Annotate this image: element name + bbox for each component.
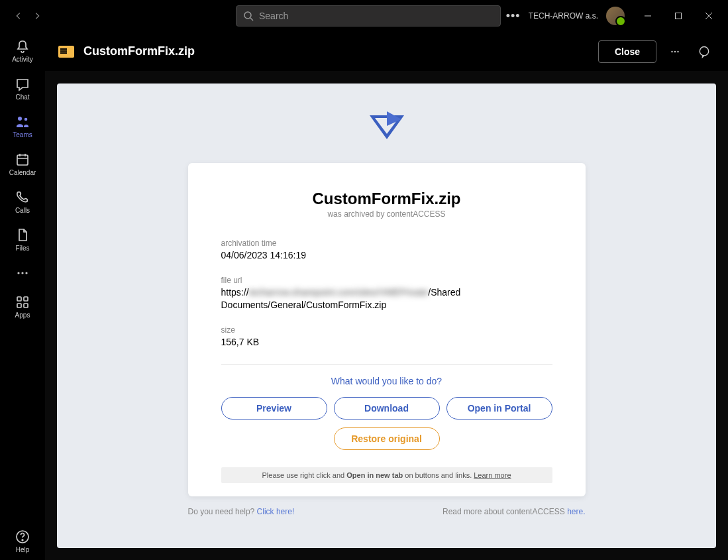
rail-item-help[interactable]: Help <box>0 522 45 560</box>
archive-card: CustomFormFix.zip was archived by conten… <box>188 163 586 496</box>
svg-point-17 <box>700 46 708 55</box>
window-close-button[interactable] <box>694 0 724 32</box>
svg-point-16 <box>677 50 678 52</box>
app-rail: Activity Chat Teams Calendar Calls Files… <box>0 0 45 560</box>
svg-rect-8 <box>17 297 21 301</box>
contentaccess-logo-icon <box>368 110 405 143</box>
svg-rect-9 <box>24 297 28 301</box>
phone-icon <box>15 190 30 205</box>
download-button[interactable]: Download <box>334 397 440 420</box>
learn-more-link[interactable]: Learn more <box>474 471 511 479</box>
teams-icon <box>15 114 30 130</box>
svg-point-3 <box>25 118 28 121</box>
calendar-icon <box>15 152 30 168</box>
action-prompt: What would you like to do? <box>221 376 552 386</box>
file-url-value: https://techarrow.sharepoint.com/sites/V… <box>221 286 552 312</box>
header-chat-button[interactable] <box>694 41 715 62</box>
viewer-footer: Do you need help? Click here! Read more … <box>188 507 586 516</box>
svg-point-13 <box>22 539 23 541</box>
more-options-button[interactable]: ••• <box>506 9 521 23</box>
svg-point-5 <box>17 272 19 274</box>
apps-icon <box>15 294 30 310</box>
meta-size: size 156,7 KB <box>221 325 552 349</box>
svg-rect-4 <box>17 155 28 165</box>
document-title: CustomFormFix.zip <box>83 44 195 58</box>
content-viewer: CustomFormFix.zip was archived by conten… <box>57 84 716 548</box>
svg-rect-10 <box>17 304 21 308</box>
open-in-portal-button[interactable]: Open in Portal <box>446 397 552 420</box>
svg-point-6 <box>21 272 23 274</box>
restore-original-button[interactable]: Restore original <box>334 427 440 450</box>
svg-point-15 <box>674 50 676 52</box>
rail-item-files[interactable]: Files <box>0 221 45 258</box>
svg-point-2 <box>18 117 22 121</box>
help-link[interactable]: Click here! <box>257 507 295 516</box>
preview-button[interactable]: Preview <box>221 397 327 420</box>
rail-item-chat[interactable]: Chat <box>0 70 45 107</box>
rail-item-activity[interactable]: Activity <box>0 32 45 70</box>
window-minimize-button[interactable] <box>633 0 663 32</box>
chat-icon <box>15 76 30 92</box>
help-icon <box>15 529 30 545</box>
svg-rect-11 <box>24 304 28 308</box>
document-header: CustomFormFix.zip Close <box>45 32 728 72</box>
usage-note: Please use right click and Open in new t… <box>221 467 552 483</box>
search-icon <box>243 11 254 21</box>
close-button[interactable]: Close <box>598 40 656 63</box>
search-placeholder: Search <box>259 11 288 21</box>
rail-item-more[interactable] <box>0 258 45 288</box>
read-more-link[interactable]: here. <box>567 507 585 516</box>
svg-rect-1 <box>676 13 682 19</box>
meta-archivation: archivation time 04/06/2023 14:16:19 <box>221 239 552 262</box>
nav-forward-button[interactable] <box>29 8 45 24</box>
divider <box>221 364 552 365</box>
rail-item-calendar[interactable]: Calendar <box>0 145 45 183</box>
nav-back-button[interactable] <box>11 8 26 24</box>
svg-point-14 <box>671 50 672 52</box>
meta-file-url: file url https://techarrow.sharepoint.co… <box>221 276 552 312</box>
rail-item-calls[interactable]: Calls <box>0 183 45 221</box>
svg-point-7 <box>25 272 27 274</box>
card-file-title: CustomFormFix.zip <box>221 190 552 208</box>
user-avatar[interactable] <box>606 7 625 25</box>
title-bar: Search ••• TECH-ARROW a.s. <box>0 0 728 32</box>
file-icon <box>15 227 30 243</box>
org-name-label: TECH-ARROW a.s. <box>529 11 598 21</box>
rail-item-teams[interactable]: Teams <box>0 107 45 145</box>
window-maximize-button[interactable] <box>663 0 694 32</box>
zip-file-icon <box>58 46 74 58</box>
rail-item-apps[interactable]: Apps <box>0 288 45 325</box>
svg-point-0 <box>244 12 251 19</box>
header-more-button[interactable] <box>664 41 686 62</box>
search-input[interactable]: Search <box>236 5 501 27</box>
card-subtitle: was archived by contentACCESS <box>221 209 552 219</box>
ellipsis-icon <box>15 265 30 281</box>
bell-icon <box>15 38 30 54</box>
